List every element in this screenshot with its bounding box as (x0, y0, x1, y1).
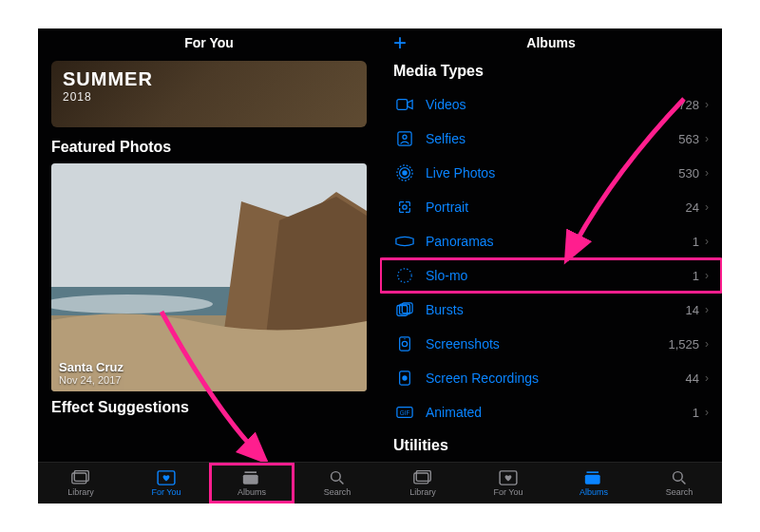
nav-title: For You (184, 35, 234, 50)
live-icon (393, 164, 416, 181)
media-row-animated[interactable]: GIFAnimated1› (380, 395, 722, 429)
tab-label: Albums (580, 487, 608, 497)
bursts-icon (393, 302, 416, 317)
search-icon (328, 470, 347, 485)
svg-rect-7 (245, 471, 257, 473)
media-row-count: 530 (678, 166, 699, 180)
media-row-label: Screenshots (416, 336, 668, 352)
chevron-right-icon: › (705, 371, 709, 385)
tab-for-you[interactable]: For You (466, 463, 551, 504)
tab-label: Albums (238, 487, 266, 497)
svg-point-13 (403, 135, 407, 139)
recordings-icon (393, 370, 416, 386)
featured-photo[interactable]: Santa Cruz Nov 24, 2017 (51, 163, 367, 391)
library-icon (71, 470, 90, 485)
tab-albums[interactable]: Albums (209, 463, 294, 504)
videos-icon (393, 98, 416, 111)
svg-rect-8 (243, 474, 258, 484)
media-row-live[interactable]: Live Photos530› (380, 156, 722, 190)
tab-library[interactable]: Library (380, 463, 466, 504)
tab-search[interactable]: Search (636, 463, 722, 504)
heart-rect-icon (499, 470, 518, 485)
tab-search[interactable]: Search (294, 463, 380, 504)
media-row-count: 728 (678, 98, 699, 112)
svg-line-10 (339, 480, 343, 484)
portrait-icon (393, 200, 416, 215)
svg-line-35 (681, 480, 685, 484)
tab-albums[interactable]: Albums (551, 463, 636, 504)
svg-point-26 (402, 375, 407, 380)
tab-for-you[interactable]: For You (124, 463, 209, 504)
svg-rect-32 (587, 471, 599, 473)
svg-text:GIF: GIF (400, 409, 410, 416)
media-row-count: 1,525 (668, 337, 699, 352)
tab-label: For You (493, 487, 522, 497)
panoramas-icon (393, 236, 416, 247)
svg-point-17 (403, 205, 407, 209)
media-row-count: 1 (693, 406, 699, 420)
tab-label: Library (409, 487, 436, 497)
media-row-label: Slo-mo (416, 268, 693, 283)
chevron-right-icon: › (705, 269, 709, 282)
media-row-count: 44 (686, 371, 699, 386)
media-row-screenshots[interactable]: Screenshots1,525› (380, 327, 722, 361)
media-row-panoramas[interactable]: Panoramas1› (380, 224, 722, 258)
tab-label: For You (151, 487, 180, 497)
media-row-label: Live Photos (416, 165, 678, 180)
chevron-right-icon: › (705, 337, 709, 351)
nav-bar: For You (38, 28, 380, 57)
tab-bar: Library For You Albums Search (38, 462, 380, 504)
tab-library[interactable]: Library (38, 463, 124, 504)
media-row-recordings[interactable]: Screen Recordings44› (380, 361, 722, 395)
media-row-label: Animated (416, 405, 693, 420)
media-row-count: 14 (686, 303, 699, 317)
utilities-heading: Utilities (393, 437, 709, 454)
chevron-right-icon: › (705, 98, 709, 111)
media-row-label: Videos (416, 97, 678, 112)
slomo-icon (393, 267, 416, 284)
heart-rect-icon (157, 470, 176, 485)
svg-rect-11 (397, 100, 408, 110)
memory-card[interactable]: SUMMER 2018 (51, 61, 367, 127)
media-row-portrait[interactable]: Portrait24› (380, 190, 722, 224)
featured-photo-date: Nov 24, 2017 (59, 374, 124, 386)
phone-for-you: For You SUMMER 2018 Featured Photos Sant… (38, 28, 380, 504)
media-row-label: Screen Recordings (416, 370, 686, 386)
chevron-right-icon: › (705, 235, 709, 248)
albums-icon (242, 470, 261, 485)
media-row-count: 563 (678, 132, 699, 146)
featured-photo-location: Santa Cruz (59, 360, 124, 374)
effect-suggestions-heading: Effect Suggestions (51, 399, 367, 416)
animated-icon: GIF (393, 406, 416, 419)
media-types-heading: Media Types (393, 63, 709, 80)
media-row-count: 24 (686, 200, 699, 215)
chevron-right-icon: › (705, 132, 709, 145)
chevron-right-icon: › (705, 406, 709, 419)
media-row-label: Selfies (416, 131, 678, 146)
featured-photos-heading: Featured Photos (51, 139, 367, 156)
memory-title: SUMMER (63, 68, 355, 90)
chevron-right-icon: › (705, 166, 709, 180)
phone-albums: + Albums Media Types Videos728›Selfies56… (380, 28, 722, 504)
svg-rect-33 (585, 474, 600, 484)
nav-title: Albums (526, 35, 575, 50)
media-row-selfies[interactable]: Selfies563› (380, 122, 722, 156)
media-row-label: Bursts (416, 302, 686, 317)
screenshots-icon (393, 336, 416, 352)
memory-year: 2018 (63, 90, 355, 104)
featured-caption: Santa Cruz Nov 24, 2017 (59, 360, 124, 386)
media-row-bursts[interactable]: Bursts14› (380, 293, 722, 327)
library-icon (413, 470, 432, 485)
media-row-videos[interactable]: Videos728› (380, 87, 722, 122)
svg-point-24 (404, 338, 405, 339)
chevron-right-icon: › (705, 303, 709, 316)
svg-point-9 (332, 471, 341, 481)
svg-point-23 (402, 341, 407, 346)
add-album-button[interactable]: + (393, 31, 407, 54)
media-row-count: 1 (693, 235, 699, 249)
albums-icon (584, 470, 603, 485)
search-icon (670, 470, 689, 485)
media-row-count: 1 (693, 269, 699, 283)
tab-label: Search (666, 487, 694, 497)
media-row-slomo[interactable]: Slo-mo1› (380, 258, 722, 293)
